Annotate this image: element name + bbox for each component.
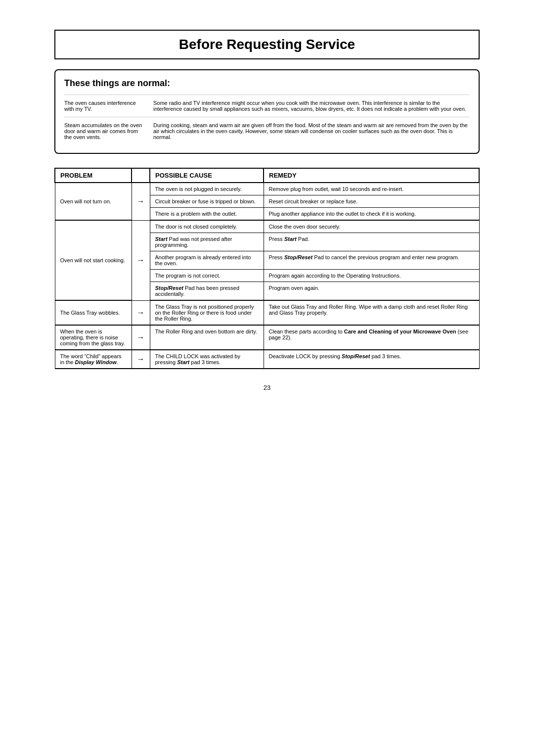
remedy-cell: Program again according to the Operating… bbox=[264, 270, 479, 282]
remedy-cell: Reset circuit breaker or replace fuse. bbox=[264, 195, 479, 208]
normal-row-1: The oven causes interference with my TV.… bbox=[64, 94, 470, 117]
cause-cell: The Roller Ring and oven bottom are dirt… bbox=[150, 325, 264, 350]
remedy-cell: Program oven again. bbox=[264, 282, 479, 301]
arrow-4: → bbox=[132, 325, 150, 350]
page-title: Before Requesting Service bbox=[54, 30, 480, 59]
normal-row-2: Steam accumulates on the oven door and w… bbox=[64, 117, 470, 145]
cause-cell: Stop/Reset Pad has been pressed accident… bbox=[150, 282, 264, 301]
table-row: Oven will not start cooking. → The door … bbox=[55, 220, 479, 233]
cause-cell: The program is not correct. bbox=[150, 270, 264, 282]
normal-section-title: These things are normal: bbox=[64, 78, 470, 89]
arrow-2: → bbox=[132, 220, 150, 300]
cause-cell: The door is not closed completely. bbox=[150, 220, 264, 233]
remedy-cell: Take out Glass Tray and Roller Ring. Wip… bbox=[264, 300, 479, 325]
remedy-cell: Clean these parts according to Care and … bbox=[264, 325, 479, 350]
table-row: Oven will not turn on. → The oven is not… bbox=[55, 183, 479, 195]
normal-row-1-right: Some radio and TV interference might occ… bbox=[153, 100, 470, 112]
arrow-3: → bbox=[132, 300, 150, 325]
arrow-1: → bbox=[132, 183, 150, 220]
problem-cell-3: The Glass Tray wobbles. bbox=[55, 300, 132, 325]
problem-cell-5: The word “Child” appears in the Display … bbox=[55, 350, 132, 369]
cause-cell: The Glass Tray is not positioned properl… bbox=[150, 300, 264, 325]
normal-row-1-left: The oven causes interference with my TV. bbox=[64, 100, 143, 112]
cause-cell: The CHILD LOCK was activated by pressing… bbox=[150, 350, 264, 369]
remedy-cell: Close the oven door securely. bbox=[264, 220, 479, 233]
table-row: When the oven is operating, there is noi… bbox=[55, 325, 479, 350]
cause-cell: The oven is not plugged in securely. bbox=[150, 183, 264, 195]
header-cause: POSSIBLE CAUSE bbox=[150, 168, 264, 183]
table-row: The Glass Tray wobbles. → The Glass Tray… bbox=[55, 300, 479, 325]
normal-row-2-right: During cooking, steam and warm air are g… bbox=[153, 122, 470, 140]
problem-cell-1: Oven will not turn on. bbox=[55, 183, 132, 220]
header-problem: PROBLEM bbox=[55, 168, 132, 183]
remedy-cell: Deactivate LOCK by pressing Stop/Reset p… bbox=[264, 350, 479, 369]
remedy-cell: Press Start Pad. bbox=[264, 233, 479, 251]
cause-cell: There is a problem with the outlet. bbox=[150, 208, 264, 221]
header-remedy: REMEDY bbox=[264, 168, 479, 183]
remedy-cell: Press Stop/Reset Pad to cancel the previ… bbox=[264, 251, 479, 270]
remedy-cell: Plug another appliance into the outlet t… bbox=[264, 208, 479, 221]
page: Before Requesting Service These things a… bbox=[54, 30, 480, 391]
cause-cell: Another program is already entered into … bbox=[150, 251, 264, 270]
normal-section: These things are normal: The oven causes… bbox=[54, 69, 480, 154]
troubleshooting-table: PROBLEM POSSIBLE CAUSE REMEDY Oven will … bbox=[54, 168, 480, 369]
problem-cell-4: When the oven is operating, there is noi… bbox=[55, 325, 132, 350]
remedy-cell: Remove plug from outlet, wait 10 seconds… bbox=[264, 183, 479, 195]
table-row: The word “Child” appears in the Display … bbox=[55, 350, 479, 369]
problem-cell-2: Oven will not start cooking. bbox=[55, 220, 132, 300]
cause-cell: Start Pad was not pressed after programm… bbox=[150, 233, 264, 251]
arrow-5: → bbox=[132, 350, 150, 369]
normal-row-2-left: Steam accumulates on the oven door and w… bbox=[64, 122, 143, 140]
page-number: 23 bbox=[54, 384, 480, 391]
cause-cell: Circuit breaker or fuse is tripped or bl… bbox=[150, 195, 264, 208]
